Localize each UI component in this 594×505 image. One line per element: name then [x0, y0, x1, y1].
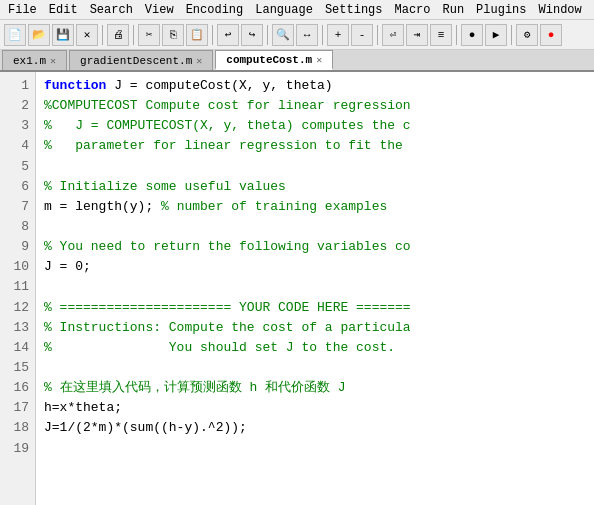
toolbar-error[interactable]: ●: [540, 24, 562, 46]
code-line-4: % parameter for linear regression to fit…: [44, 136, 586, 156]
toolbar-close[interactable]: ✕: [76, 24, 98, 46]
toolbar-settings[interactable]: ⚙: [516, 24, 538, 46]
code-line-2: %COMPUTECOST Compute cost for linear reg…: [44, 96, 586, 116]
code-line-8: [44, 217, 586, 237]
code-line-10: J = 0;: [44, 257, 586, 277]
code-line-18: J=1/(2*m)*(sum((h-y).^2));: [44, 418, 586, 438]
toolbar-zoom-out[interactable]: -: [351, 24, 373, 46]
tabbar: ex1.m ✕ gradientDescent.m ✕ computeCost.…: [0, 50, 594, 72]
toolbar-copy[interactable]: ⎘: [162, 24, 184, 46]
toolbar: 📄 📂 💾 ✕ 🖨 ✂ ⎘ 📋 ↩ ↪ 🔍 ↔ + - ⏎ ⇥ ≡ ● ▶ ⚙ …: [0, 20, 594, 50]
tab-gradientdescent-label: gradientDescent.m: [80, 55, 192, 67]
code-line-15: [44, 358, 586, 378]
toolbar-wrap[interactable]: ⏎: [382, 24, 404, 46]
line-number-4: 4: [6, 136, 29, 156]
menu-edit[interactable]: Edit: [43, 1, 84, 19]
code-content[interactable]: function J = computeCost(X, y, theta)%CO…: [36, 72, 594, 505]
line-number-18: 18: [6, 418, 29, 438]
menu-encoding[interactable]: Encoding: [180, 1, 250, 19]
toolbar-redo[interactable]: ↪: [241, 24, 263, 46]
code-area: 12345678910111213141516171819 function J…: [0, 72, 594, 505]
code-line-5: [44, 157, 586, 177]
sep2: [133, 25, 134, 45]
code-line-19: [44, 439, 586, 459]
sep7: [456, 25, 457, 45]
toolbar-replace[interactable]: ↔: [296, 24, 318, 46]
code-line-3: % J = COMPUTECOST(X, y, theta) computes …: [44, 116, 586, 136]
line-number-11: 11: [6, 277, 29, 297]
menu-help[interactable]: ?: [588, 1, 594, 19]
code-line-13: % Instructions: Compute the cost of a pa…: [44, 318, 586, 338]
code-line-6: % Initialize some useful values: [44, 177, 586, 197]
menu-settings[interactable]: Settings: [319, 1, 389, 19]
tab-gradientdescent-close[interactable]: ✕: [196, 55, 202, 67]
line-number-7: 7: [6, 197, 29, 217]
code-line-16: % 在这里填入代码，计算预测函数 h 和代价函数 J: [44, 378, 586, 398]
toolbar-run[interactable]: ▶: [485, 24, 507, 46]
menu-plugins[interactable]: Plugins: [470, 1, 532, 19]
line-number-19: 19: [6, 439, 29, 459]
toolbar-undo[interactable]: ↩: [217, 24, 239, 46]
menu-run[interactable]: Run: [437, 1, 471, 19]
code-line-17: h=x*theta;: [44, 398, 586, 418]
menu-language[interactable]: Language: [249, 1, 319, 19]
toolbar-cut[interactable]: ✂: [138, 24, 160, 46]
code-line-1: function J = computeCost(X, y, theta): [44, 76, 586, 96]
toolbar-indent[interactable]: ⇥: [406, 24, 428, 46]
tab-ex1-close[interactable]: ✕: [50, 55, 56, 67]
toolbar-paste[interactable]: 📋: [186, 24, 208, 46]
code-line-12: % ====================== YOUR CODE HERE …: [44, 298, 586, 318]
line-number-15: 15: [6, 358, 29, 378]
toolbar-find[interactable]: 🔍: [272, 24, 294, 46]
tab-computecost[interactable]: computeCost.m ✕: [215, 50, 333, 70]
tab-gradientdescent[interactable]: gradientDescent.m ✕: [69, 50, 213, 70]
toolbar-save[interactable]: 💾: [52, 24, 74, 46]
toolbar-open[interactable]: 📂: [28, 24, 50, 46]
menu-view[interactable]: View: [139, 1, 180, 19]
toolbar-macro[interactable]: ●: [461, 24, 483, 46]
tab-ex1[interactable]: ex1.m ✕: [2, 50, 67, 70]
line-numbers: 12345678910111213141516171819: [0, 72, 36, 505]
line-number-2: 2: [6, 96, 29, 116]
tab-computecost-label: computeCost.m: [226, 54, 312, 66]
menu-file[interactable]: File: [2, 1, 43, 19]
line-number-5: 5: [6, 157, 29, 177]
line-number-8: 8: [6, 217, 29, 237]
line-number-17: 17: [6, 398, 29, 418]
sep5: [322, 25, 323, 45]
line-number-6: 6: [6, 177, 29, 197]
line-number-3: 3: [6, 116, 29, 136]
line-number-13: 13: [6, 318, 29, 338]
toolbar-format[interactable]: ≡: [430, 24, 452, 46]
menu-window[interactable]: Window: [533, 1, 588, 19]
line-number-14: 14: [6, 338, 29, 358]
menubar: File Edit Search View Encoding Language …: [0, 0, 594, 20]
toolbar-print[interactable]: 🖨: [107, 24, 129, 46]
menu-macro[interactable]: Macro: [388, 1, 436, 19]
code-line-9: % You need to return the following varia…: [44, 237, 586, 257]
line-number-10: 10: [6, 257, 29, 277]
toolbar-zoom-in[interactable]: +: [327, 24, 349, 46]
sep6: [377, 25, 378, 45]
line-number-16: 16: [6, 378, 29, 398]
menu-search[interactable]: Search: [84, 1, 139, 19]
line-number-1: 1: [6, 76, 29, 96]
sep4: [267, 25, 268, 45]
tab-ex1-label: ex1.m: [13, 55, 46, 67]
sep1: [102, 25, 103, 45]
sep8: [511, 25, 512, 45]
line-number-9: 9: [6, 237, 29, 257]
code-line-11: [44, 277, 586, 297]
line-number-12: 12: [6, 298, 29, 318]
tab-computecost-close[interactable]: ✕: [316, 54, 322, 66]
code-line-7: m = length(y); % number of training exam…: [44, 197, 586, 217]
sep3: [212, 25, 213, 45]
toolbar-new[interactable]: 📄: [4, 24, 26, 46]
code-line-14: % You should set J to the cost.: [44, 338, 586, 358]
